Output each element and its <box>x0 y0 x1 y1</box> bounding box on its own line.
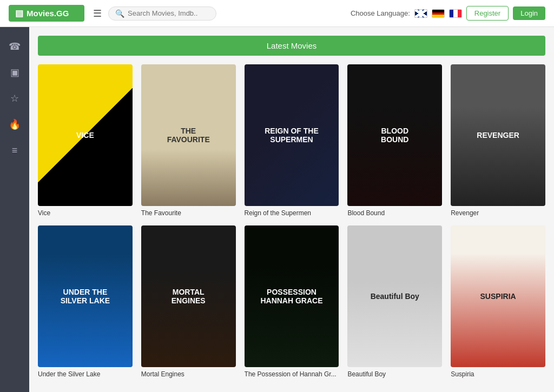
movie-title: Vice <box>38 209 133 217</box>
movie-grid-row2: UNDER THE SILVER LAKEUnder the Silver La… <box>38 225 545 378</box>
menu-icon[interactable]: ☰ <box>93 8 102 19</box>
sidebar-item-phone[interactable]: ☎ <box>4 36 25 57</box>
movie-title: Blood Bound <box>347 209 442 217</box>
movie-title: The Favourite <box>141 209 236 217</box>
sidebar-item-list[interactable]: ≡ <box>4 139 25 161</box>
main-content: Latest Movies VICEViceTHE FAVOURITEThe F… <box>29 27 554 392</box>
login-button[interactable]: Login <box>513 6 545 20</box>
header-right: Choose Language: Register Login <box>351 6 545 21</box>
movie-grid-row1: VICEViceTHE FAVOURITEThe FavouriteREIGN … <box>38 64 545 217</box>
movie-title: Mortal Engines <box>141 370 236 378</box>
movie-card[interactable]: REVENGERRevenger <box>451 64 545 217</box>
search-bar: 🔍 <box>108 6 216 21</box>
movie-title: Suspiria <box>451 370 545 378</box>
movie-card[interactable]: BLOOD BOUNDBlood Bound <box>347 64 442 217</box>
movie-title: Beautiful Boy <box>347 370 442 378</box>
movie-card[interactable]: Beautiful BoyBeautiful Boy <box>347 225 442 378</box>
logo-text: Movies.GG <box>27 9 69 18</box>
header: ▤ Movies.GG ☰ 🔍 Choose Language: Registe… <box>0 0 554 27</box>
movie-title: Revenger <box>451 209 545 217</box>
movie-card[interactable]: REIGN OF THE SUPERMENReign of the Superm… <box>245 64 339 217</box>
latest-movies-banner: Latest Movies <box>38 36 545 56</box>
movie-card[interactable]: THE FAVOURITEThe Favourite <box>141 64 236 217</box>
movie-title: Under the Silver Lake <box>38 370 133 378</box>
flag-uk[interactable] <box>414 9 427 18</box>
movie-title: The Possession of Hannah Gr... <box>245 370 339 378</box>
movie-title: Reign of the Supermen <box>245 209 339 217</box>
movie-card[interactable]: MORTAL ENGINESMortal Engines <box>141 225 236 378</box>
search-icon: 🔍 <box>115 9 124 18</box>
sidebar-item-star[interactable]: ☆ <box>4 88 25 109</box>
sidebar: ☎ ▣ ☆ 🔥 ≡ <box>0 27 29 392</box>
logo-icon: ▤ <box>15 8 23 18</box>
sidebar-item-fire[interactable]: 🔥 <box>4 114 25 135</box>
sidebar-item-grid[interactable]: ▣ <box>4 62 25 83</box>
movie-card[interactable]: VICEVice <box>38 64 133 217</box>
movie-card[interactable]: POSSESSION HANNAH GRACEThe Possession of… <box>245 225 339 378</box>
movie-card[interactable]: UNDER THE SILVER LAKEUnder the Silver La… <box>38 225 133 378</box>
flag-de[interactable] <box>432 9 445 18</box>
language-label: Choose Language: <box>351 9 410 17</box>
movie-card[interactable]: SUSPIRIASuspiria <box>451 225 545 378</box>
search-input[interactable] <box>128 9 209 17</box>
logo[interactable]: ▤ Movies.GG <box>9 5 84 22</box>
register-button[interactable]: Register <box>466 6 509 21</box>
flag-fr[interactable] <box>449 9 462 18</box>
